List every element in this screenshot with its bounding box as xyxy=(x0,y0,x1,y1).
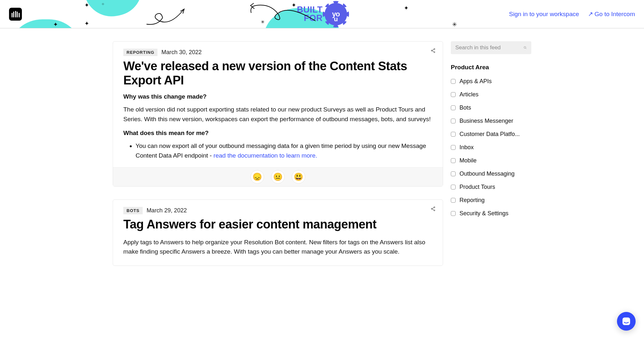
list-item: You can now export all of your outbound … xyxy=(136,141,432,160)
logo-bars-icon xyxy=(12,11,20,17)
filter-label: Bots xyxy=(459,104,471,111)
share-icon xyxy=(431,206,436,211)
filter-item[interactable]: Customer Data Platfo... xyxy=(451,131,531,138)
checkbox[interactable] xyxy=(451,145,456,150)
arrow-squiggle-icon xyxy=(145,6,187,26)
share-icon xyxy=(431,48,436,53)
header: ✦ ✦ ✦ ○ ✳ ✦ ✦ ✳ BUILT FOR yo u Sign in t… xyxy=(0,0,644,28)
goto-intercom-link[interactable]: ↗Go to Intercom xyxy=(588,10,635,18)
post-card: BOTS March 29, 2022 Tag Answers for easi… xyxy=(113,199,443,266)
section-heading: Why was this change made? xyxy=(123,93,432,100)
arrow-squiggle-icon xyxy=(248,2,319,27)
filter-label: Business Messenger xyxy=(459,118,513,124)
post-card: REPORTING March 30, 2022 We've released … xyxy=(113,41,443,187)
feed: REPORTING March 30, 2022 We've released … xyxy=(113,41,443,279)
goto-label: Go to Intercom xyxy=(594,11,635,17)
filter-list: Apps & APIsArticlesBotsBusiness Messenge… xyxy=(451,78,531,217)
post-paragraph: Apply tags to Answers to help organize y… xyxy=(123,237,432,257)
share-button[interactable] xyxy=(431,48,436,54)
filter-item[interactable]: Apps & APIs xyxy=(451,78,531,85)
svg-point-6 xyxy=(524,46,526,48)
sparkle-icon: ✦ xyxy=(84,2,89,9)
external-link-icon: ↗ xyxy=(588,11,593,17)
category-tag[interactable]: BOTS xyxy=(123,207,143,214)
post-date: March 29, 2022 xyxy=(147,207,187,214)
decor-blob xyxy=(79,0,147,21)
sparkle-icon: ✦ xyxy=(53,21,58,28)
reaction-neutral[interactable]: 😐 xyxy=(271,170,285,184)
post-paragraph: The old version did not support exportin… xyxy=(123,105,432,124)
checkbox[interactable] xyxy=(451,158,456,163)
filter-item[interactable]: Bots xyxy=(451,104,531,111)
sparkle-icon: ✳ xyxy=(452,21,457,28)
filter-label: Customer Data Platfo... xyxy=(459,131,520,138)
sidebar-heading: Product Area xyxy=(451,64,531,71)
checkbox[interactable] xyxy=(451,185,456,189)
filter-label: Articles xyxy=(459,91,478,98)
filter-item[interactable]: Security & Settings xyxy=(451,210,531,217)
category-tag[interactable]: REPORTING xyxy=(123,49,157,56)
filter-label: Product Tours xyxy=(459,184,495,190)
checkbox[interactable] xyxy=(451,132,456,137)
filter-item[interactable]: Product Tours xyxy=(451,184,531,190)
sparkle-icon: ○ xyxy=(102,2,104,6)
filter-item[interactable]: Articles xyxy=(451,91,531,98)
filter-label: Apps & APIs xyxy=(459,78,492,85)
filter-item[interactable]: Reporting xyxy=(451,197,531,204)
share-button[interactable] xyxy=(431,206,436,212)
checkbox[interactable] xyxy=(451,119,456,123)
reaction-sad[interactable]: 😞 xyxy=(251,170,264,184)
checkbox[interactable] xyxy=(451,92,456,97)
search-icon xyxy=(524,44,527,51)
intercom-logo[interactable] xyxy=(9,8,22,21)
signin-link[interactable]: Sign in to your workspace xyxy=(509,11,579,18)
filter-label: Reporting xyxy=(459,197,485,204)
decor-blob xyxy=(10,19,80,28)
post-date: March 30, 2022 xyxy=(161,49,202,56)
reaction-bar: 😞 😐 😃 xyxy=(113,167,443,186)
checkbox[interactable] xyxy=(451,105,456,110)
doc-link[interactable]: read the documentation to learn more. xyxy=(213,152,317,159)
sparkle-icon: ✦ xyxy=(404,5,409,12)
filter-label: Security & Settings xyxy=(459,210,508,217)
filter-item[interactable]: Inbox xyxy=(451,144,531,151)
search-input[interactable] xyxy=(455,44,524,51)
post-title[interactable]: We've released a new version of the Cont… xyxy=(123,59,432,87)
filter-item[interactable]: Outbound Messaging xyxy=(451,170,531,177)
checkbox[interactable] xyxy=(451,79,456,84)
filter-item[interactable]: Business Messenger xyxy=(451,118,531,124)
filter-label: Mobile xyxy=(459,157,477,164)
filter-label: Outbound Messaging xyxy=(459,170,515,177)
checkbox[interactable] xyxy=(451,171,456,176)
section-heading: What does this mean for me? xyxy=(123,130,432,137)
sidebar: Product Area Apps & APIsArticlesBotsBusi… xyxy=(451,41,531,223)
sparkle-icon: ✦ xyxy=(84,20,89,27)
filter-item[interactable]: Mobile xyxy=(451,157,531,164)
checkbox[interactable] xyxy=(451,211,456,216)
filter-label: Inbox xyxy=(459,144,474,151)
reaction-happy[interactable]: 😃 xyxy=(292,170,305,184)
search-box[interactable] xyxy=(451,41,531,54)
post-title[interactable]: Tag Answers for easier content managemen… xyxy=(123,218,432,232)
checkbox[interactable] xyxy=(451,198,456,203)
